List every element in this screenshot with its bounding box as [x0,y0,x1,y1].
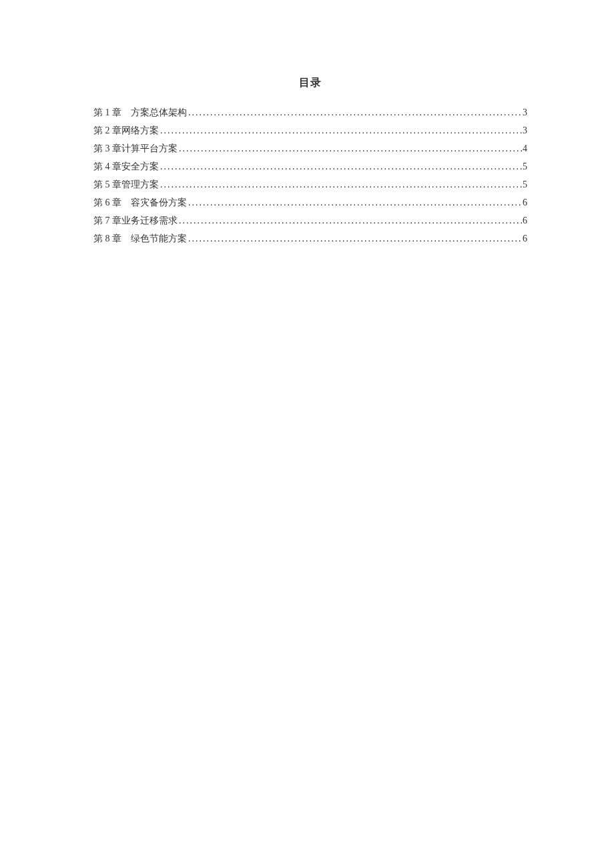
toc-entry-page: 5 [523,157,527,175]
toc-list: 第 1 章 方案总体架构 3 第 2 章网络方案 3 第 3 章计算平台方案 4… [93,103,527,248]
toc-entry: 第 6 章 容灾备份方案 6 [93,193,527,211]
toc-title: 目录 [93,76,527,90]
toc-entry: 第 2 章网络方案 3 [93,121,527,139]
toc-entry-leader [178,139,523,157]
toc-entry-leader [187,193,523,211]
toc-entry-page: 6 [523,193,527,211]
toc-entry-label: 第 6 章 容灾备份方案 [93,193,187,211]
toc-entry: 第 8 章 绿色节能方案 6 [93,230,527,248]
toc-entry-page: 3 [523,121,527,139]
toc-entry-page: 3 [523,103,527,121]
toc-entry-label: 第 5 章管理方案 [93,175,159,193]
document-page: 目录 第 1 章 方案总体架构 3 第 2 章网络方案 3 第 3 章计算平台方… [0,0,614,248]
toc-entry-label: 第 2 章网络方案 [93,121,159,139]
toc-entry-label: 第 8 章 绿色节能方案 [93,230,187,248]
toc-entry-page: 4 [523,139,527,157]
toc-entry-leader [187,103,523,121]
toc-entry: 第 1 章 方案总体架构 3 [93,103,527,121]
toc-entry: 第 3 章计算平台方案 4 [93,139,527,157]
toc-entry-leader [159,157,523,175]
toc-entry-label: 第 1 章 方案总体架构 [93,103,187,121]
toc-entry-page: 6 [523,230,527,248]
toc-entry: 第 5 章管理方案 5 [93,175,527,193]
toc-entry-page: 6 [523,211,527,230]
toc-entry: 第 4 章安全方案 5 [93,157,527,175]
toc-entry-label: 第 3 章计算平台方案 [93,139,178,157]
toc-entry-leader [159,121,523,139]
toc-entry-label: 第 7 章业务迁移需求 [93,211,178,230]
toc-entry-leader [178,211,523,230]
toc-entry-page: 5 [523,175,527,193]
toc-entry: 第 7 章业务迁移需求 6 [93,211,527,230]
toc-entry-leader [187,230,523,248]
toc-entry-label: 第 4 章安全方案 [93,157,159,175]
toc-entry-leader [159,175,523,193]
